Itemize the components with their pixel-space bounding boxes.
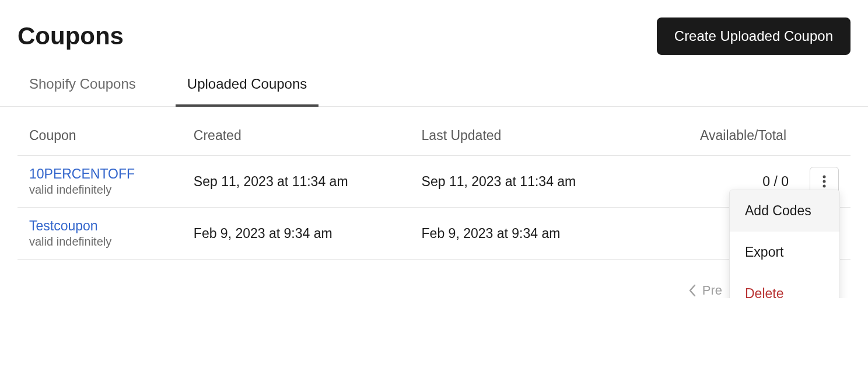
svg-point-0 xyxy=(823,176,826,178)
coupon-name-link[interactable]: Testcoupon xyxy=(29,218,98,234)
cell-created: Feb 9, 2023 at 9:34 am xyxy=(184,208,412,260)
coupon-validity: valid indefinitely xyxy=(29,235,175,249)
row-actions-menu: Add Codes Export Delete xyxy=(729,190,840,298)
coupons-table: Coupon Created Last Updated Available/To… xyxy=(18,107,850,260)
coupon-name-link[interactable]: 10PERCENTOFF xyxy=(29,166,135,182)
menu-item-add-codes[interactable]: Add Codes xyxy=(730,190,839,232)
cell-updated: Feb 9, 2023 at 9:34 am xyxy=(412,208,640,260)
coupons-table-wrap: Coupon Created Last Updated Available/To… xyxy=(0,107,868,260)
menu-item-delete[interactable]: Delete xyxy=(730,273,839,298)
col-header-available: Available/Total xyxy=(640,107,850,156)
kebab-icon xyxy=(822,174,826,188)
cell-created: Sep 11, 2023 at 11:34 am xyxy=(184,156,412,208)
cell-updated: Sep 11, 2023 at 11:34 am xyxy=(412,156,640,208)
col-header-created: Created xyxy=(184,107,412,156)
col-header-coupon: Coupon xyxy=(18,107,184,156)
page-header: Coupons Create Uploaded Coupon xyxy=(0,0,868,66)
svg-point-1 xyxy=(823,180,826,183)
tabs: Shopify Coupons Uploaded Coupons xyxy=(0,66,868,107)
table-row: 10PERCENTOFF valid indefinitely Sep 11, … xyxy=(18,156,850,208)
tab-shopify-coupons[interactable]: Shopify Coupons xyxy=(18,66,148,106)
tab-uploaded-coupons[interactable]: Uploaded Coupons xyxy=(176,66,319,106)
col-header-updated: Last Updated xyxy=(412,107,640,156)
page-title: Coupons xyxy=(18,22,124,50)
table-row: Testcoupon valid indefinitely Feb 9, 202… xyxy=(18,208,850,260)
pagination-prev[interactable]: Pre xyxy=(702,283,722,298)
svg-point-2 xyxy=(823,185,826,188)
cell-available: 0 / 0 xyxy=(762,174,789,190)
chevron-left-icon[interactable] xyxy=(688,284,696,297)
create-uploaded-coupon-button[interactable]: Create Uploaded Coupon xyxy=(657,18,850,55)
coupon-validity: valid indefinitely xyxy=(29,183,175,197)
menu-item-export[interactable]: Export xyxy=(730,232,839,273)
